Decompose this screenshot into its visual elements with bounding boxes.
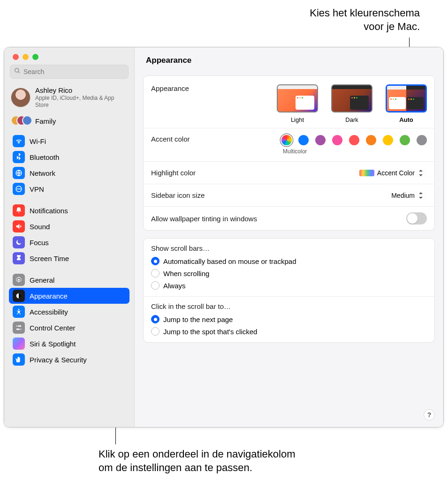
annotation-top: Kies het kleurenschema voor je Mac. [310,7,420,33]
appearance-panel-2: Show scroll bars… Automatically based on… [143,238,435,343]
family-icon [11,115,30,127]
search-input[interactable] [23,68,124,75]
account-name: Ashley Rico [35,86,128,94]
bell-icon [13,204,25,217]
appearance-label: Appearance [151,84,189,92]
radio-icon [151,257,159,265]
accent-purple[interactable] [315,135,326,145]
sidebar-item-label: Screen Time [30,255,69,262]
family-row[interactable]: Family [4,112,134,131]
radio-label: Jump to the spot that's clicked [163,328,257,336]
sidebar-item-label: Appearance [30,292,68,300]
accent-pink[interactable] [332,135,342,145]
sidebar-item-label: Bluetooth [30,153,59,161]
sidebar-size-popup[interactable]: Medium [387,191,427,200]
sidebar-item-accessibility[interactable]: Accessibility [9,304,129,320]
tinting-toggle[interactable] [406,212,427,225]
sidebar-item-label: General [30,276,54,284]
help-button[interactable]: ? [424,409,435,420]
sidebar-item-notifications[interactable]: Notifications [9,202,129,218]
bluetooth-icon [13,151,25,163]
scrollbars-title: Show scroll bars… [151,244,210,252]
accent-orange[interactable] [366,135,376,145]
sidebar-item-label: Wi-Fi [30,137,46,145]
radio-icon [151,315,159,323]
radio-label: Jump to the next page [163,315,233,323]
sidebar-size-label: Sidebar icon size [151,191,205,199]
window-controls [4,47,134,65]
svg-line-1 [18,72,20,73]
wifi-icon [13,135,25,147]
apple-id-row[interactable]: Ashley Rico Apple ID, iCloud+, Media & A… [4,82,134,112]
gradient-swatch [359,170,374,176]
scrollbars-option-auto[interactable]: Automatically based on mouse or trackpad [151,256,296,266]
sidebar-item-appearance[interactable]: Appearance [9,288,129,304]
avatar [11,88,30,107]
accent-blue[interactable] [298,135,309,145]
sidebar-item-general[interactable]: General [9,272,129,288]
svg-point-0 [15,68,19,72]
scrollbars-option-always[interactable]: Always [151,280,186,291]
accent-label: Accent color [151,135,190,143]
highlight-popup[interactable]: Accent Color [356,168,427,178]
scrollbars-option-scrolling[interactable]: When scrolling [151,268,209,278]
close-window-button[interactable] [13,54,19,60]
sidebar-item-label: Control Center [30,324,76,332]
svg-point-4 [18,279,20,281]
accent-green[interactable] [400,135,410,145]
tinting-row: Allow wallpaper tinting in windows [144,206,434,230]
sidebar-item-vpn[interactable]: VPN [9,181,129,197]
annotation-bottom: Klik op een onderdeel in de navigatiekol… [99,448,296,474]
sidebar: Ashley Rico Apple ID, iCloud+, Media & A… [4,47,135,427]
accent-red[interactable] [349,135,359,145]
theme-auto-thumb [386,84,427,112]
highlight-label: Highlight color [151,169,196,177]
nav-list: Wi-Fi Bluetooth Network VPN Notification… [4,131,134,372]
siri-icon [13,338,25,350]
radio-label: Automatically based on mouse or trackpad [163,257,296,265]
sidebar-item-wifi[interactable]: Wi-Fi [9,133,129,149]
highlight-value: Accent Color [377,169,415,177]
hourglass-icon [13,252,25,264]
sidebar-item-controlcenter[interactable]: Control Center [9,320,129,336]
accent-multicolor[interactable] [281,135,292,145]
sidebar-item-bluetooth[interactable]: Bluetooth [9,149,129,165]
sidebar-item-network[interactable]: Network [9,165,129,181]
accent-swatches [281,135,427,145]
scrollclick-row: Click in the scroll bar to… Jump to the … [144,296,434,342]
sidebar-item-privacy[interactable]: Privacy & Security [9,352,129,368]
sidebar-item-label: Privacy & Security [30,356,87,364]
sidebar-item-focus[interactable]: Focus [9,234,129,250]
speaker-icon [13,220,25,232]
minimize-window-button[interactable] [23,54,29,60]
search-field[interactable] [10,65,129,79]
svg-point-9 [17,325,18,327]
scrollclick-title: Click in the scroll bar to… [151,302,231,310]
tinting-label: Allow wallpaper tinting in windows [151,215,257,223]
page-title: Appearance [135,47,443,72]
theme-label: Light [291,116,304,123]
theme-dark-thumb [331,84,372,112]
zoom-window-button[interactable] [32,54,38,60]
sidebar-item-label: Notifications [30,207,68,215]
scrollclick-option-spot[interactable]: Jump to the spot that's clicked [151,326,257,337]
accent-sublabel: Multicolor [283,148,307,155]
theme-auto[interactable]: Auto [386,84,427,123]
accessibility-icon [13,306,25,318]
appearance-panel-1: Appearance Light Dark Auto [143,75,435,231]
account-subtitle: Apple ID, iCloud+, Media & App Store [35,95,128,109]
scrollclick-option-nextpage[interactable]: Jump to the next page [151,314,233,324]
accent-yellow[interactable] [383,135,393,145]
highlight-color-row: Highlight color Accent Color [144,161,434,184]
appearance-icon [13,290,25,302]
sidebar-item-screentime[interactable]: Screen Time [9,250,129,266]
radio-icon [151,269,159,278]
theme-light-thumb [277,84,318,112]
theme-dark[interactable]: Dark [331,84,372,123]
radio-icon [151,327,159,336]
accent-graphite[interactable] [417,135,427,145]
popup-arrows-icon [418,192,424,199]
sidebar-item-siri[interactable]: Siri & Spotlight [9,336,129,352]
theme-light[interactable]: Light [277,84,318,123]
sidebar-item-sound[interactable]: Sound [9,218,129,234]
